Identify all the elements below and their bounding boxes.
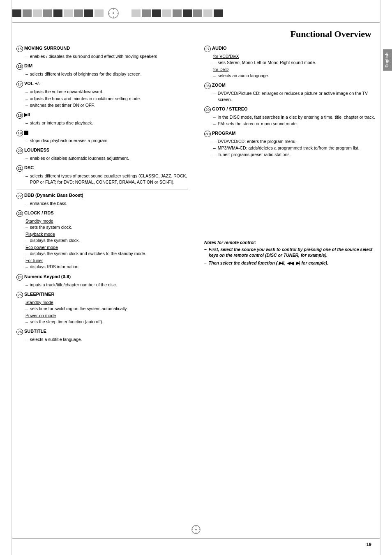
list-item: – selects different types of preset soun… bbox=[25, 173, 188, 184]
list-item: – DVD/VCD/Picture CD: enlarges or reduce… bbox=[213, 90, 376, 102]
english-tab: English bbox=[383, 49, 392, 71]
section-18-num: 18 bbox=[16, 112, 23, 119]
right-margin-line bbox=[380, 0, 380, 555]
section-29-title: GOTO / STEREO bbox=[212, 106, 248, 111]
section-15-title: MOVING SURROUND bbox=[24, 46, 70, 51]
section-28: 28 ZOOM – DVD/VCD/Picture CD: enlarges o… bbox=[204, 83, 376, 102]
section-23-header: 23 CLOCK / RDS bbox=[16, 210, 188, 217]
section-27-header: 27 AUDIO bbox=[204, 46, 376, 52]
svg-point-7 bbox=[195, 529, 197, 530]
section-19-num: 19 bbox=[16, 130, 23, 136]
list-item: – Tuner: programs preset radio stations. bbox=[213, 152, 376, 157]
section-26-body: – selects a subtitle language. bbox=[16, 336, 188, 342]
section-30-header: 30 PROGRAM bbox=[204, 131, 376, 137]
section-25-poweron: Power-on mode bbox=[16, 313, 188, 318]
section-18-title: ▶II bbox=[24, 112, 30, 117]
section-27-dvd: for DVD bbox=[204, 67, 376, 72]
list-item: – sets the sleep timer function (auto of… bbox=[25, 319, 188, 325]
section-27: 27 AUDIO for VCD/DivX – sets Stereo, Mon… bbox=[204, 46, 376, 78]
section-26: 26 SUBTITLE – selects a subtitle languag… bbox=[16, 329, 188, 342]
list-item: – MP3/WMA-CD: adds/deletes a programmed … bbox=[213, 145, 376, 151]
list-item: – adjusts the volume upward/downward. bbox=[25, 89, 188, 94]
section-29-header: 29 GOTO / STEREO bbox=[204, 106, 376, 113]
section-18: 18 ▶II – starts or interrupts disc playb… bbox=[16, 112, 188, 126]
section-23-eco-body: – displays the system clock and switches… bbox=[16, 251, 188, 256]
top-bar-left bbox=[12, 9, 104, 17]
section-19-header: 19 bbox=[16, 130, 188, 136]
svg-point-1 bbox=[113, 12, 114, 14]
section-23-standby-body: – sets the system clock. bbox=[16, 224, 188, 230]
list-item: – switches the set timer ON or OFF. bbox=[25, 102, 188, 108]
section-30-num: 30 bbox=[204, 131, 211, 137]
compass-icon-top bbox=[108, 7, 119, 19]
section-20: 20 LOUDNESS – enables or disables automa… bbox=[16, 147, 188, 161]
list-item: – displays the system clock and switches… bbox=[25, 251, 188, 256]
section-17-header: 17 VOL +/- bbox=[16, 81, 188, 88]
page-title-area: Functional Overview bbox=[0, 23, 392, 44]
section-28-header: 28 ZOOM bbox=[204, 83, 376, 89]
section-24-num: 24 bbox=[16, 274, 23, 281]
section-20-body: – enables or disables automatic loudness… bbox=[16, 155, 188, 161]
list-item: – DVD/VCD/CD: enters the program menu. bbox=[213, 138, 376, 144]
section-15-num: 15 bbox=[16, 46, 23, 52]
section-21-num: 21 bbox=[16, 165, 23, 172]
section-17-num: 17 bbox=[16, 81, 23, 88]
list-item: – enables or disables automatic loudness… bbox=[25, 155, 188, 161]
page-number: 19 bbox=[367, 542, 371, 547]
list-item: – selects an audio language. bbox=[213, 73, 376, 78]
section-21-title: DSC bbox=[24, 165, 34, 170]
section-30-title: PROGRAM bbox=[212, 131, 235, 136]
notes-item-2: – Then select the desired function ( ▶II… bbox=[204, 260, 376, 266]
section-25: 25 SLEEP/TIMER Standby mode – sets time … bbox=[16, 292, 188, 325]
notes-box: Notes for remote control: – First, selec… bbox=[204, 240, 376, 266]
right-column: 27 AUDIO for VCD/DivX – sets Stereo, Mon… bbox=[200, 46, 376, 346]
section-16-body: – selects different levels of brightness… bbox=[16, 71, 188, 77]
section-23-playback: Playback mode bbox=[16, 232, 188, 237]
bottom-decoration bbox=[0, 525, 392, 539]
section-28-body: – DVD/VCD/Picture CD: enlarges or reduce… bbox=[204, 90, 376, 102]
section-21: 21 DSC – selects different types of pres… bbox=[16, 165, 188, 184]
list-item: – selects different levels of brightness… bbox=[25, 71, 188, 77]
section-19: 19 – stops disc playback or erases a pro… bbox=[16, 130, 188, 143]
section-17: 17 VOL +/- – adjusts the volume upward/d… bbox=[16, 81, 188, 108]
list-item: – displays RDS information. bbox=[25, 264, 188, 269]
left-margin-line bbox=[12, 0, 12, 555]
list-item: – starts or interrupts disc playback. bbox=[25, 120, 188, 126]
section-25-title: SLEEP/TIMER bbox=[24, 292, 54, 297]
section-21-body: – selects different types of preset soun… bbox=[16, 173, 188, 184]
section-29-num: 29 bbox=[204, 106, 211, 113]
list-item: – enhances the bass. bbox=[25, 200, 188, 206]
left-column: 15 MOVING SURROUND – enables / disables … bbox=[16, 46, 192, 346]
divider bbox=[16, 189, 188, 189]
section-17-title: VOL +/- bbox=[24, 81, 40, 86]
section-22-num: 22 bbox=[16, 193, 23, 199]
section-23-tuner: For tuner bbox=[16, 258, 188, 263]
list-item: – selects a subtitle language. bbox=[25, 336, 188, 342]
section-22: 22 DBB (Dynamic Bass Boost) – enhances t… bbox=[16, 193, 188, 206]
section-24-body: – inputs a track/title/chapter number of… bbox=[16, 282, 188, 288]
main-content: 15 MOVING SURROUND – enables / disables … bbox=[0, 44, 392, 355]
section-22-header: 22 DBB (Dynamic Bass Boost) bbox=[16, 193, 188, 199]
section-23: 23 CLOCK / RDS Standby mode – sets the s… bbox=[16, 210, 188, 270]
section-29: 29 GOTO / STEREO – in the DISC mode, fas… bbox=[204, 106, 376, 127]
section-24-header: 24 Numeric Keypad (0-9) bbox=[16, 274, 188, 281]
bottom-line bbox=[12, 538, 380, 539]
section-21-header: 21 DSC bbox=[16, 165, 188, 172]
page-title: Functional Overview bbox=[291, 29, 371, 39]
section-26-num: 26 bbox=[16, 329, 23, 335]
compass-icon-bottom bbox=[191, 525, 201, 537]
notes-item-1: – First, select the source you wish to c… bbox=[204, 246, 376, 258]
section-20-header: 20 LOUDNESS bbox=[16, 147, 188, 154]
section-27-vcd: for VCD/DivX bbox=[204, 54, 376, 59]
section-28-title: ZOOM bbox=[212, 83, 226, 88]
section-24: 24 Numeric Keypad (0-9) – inputs a track… bbox=[16, 274, 188, 288]
list-item: – inputs a track/title/chapter number of… bbox=[25, 282, 188, 288]
section-23-num: 23 bbox=[16, 210, 23, 217]
list-item: – adjusts the hours and minutes in clock… bbox=[25, 96, 188, 101]
top-decoration bbox=[0, 0, 392, 19]
section-23-playback-body: – displays the system clock. bbox=[16, 237, 188, 243]
section-20-num: 20 bbox=[16, 147, 23, 154]
list-item: – displays the system clock. bbox=[25, 237, 188, 243]
section-23-eco: Eco power mode bbox=[16, 245, 188, 250]
section-26-title: SUBTITLE bbox=[24, 329, 46, 334]
